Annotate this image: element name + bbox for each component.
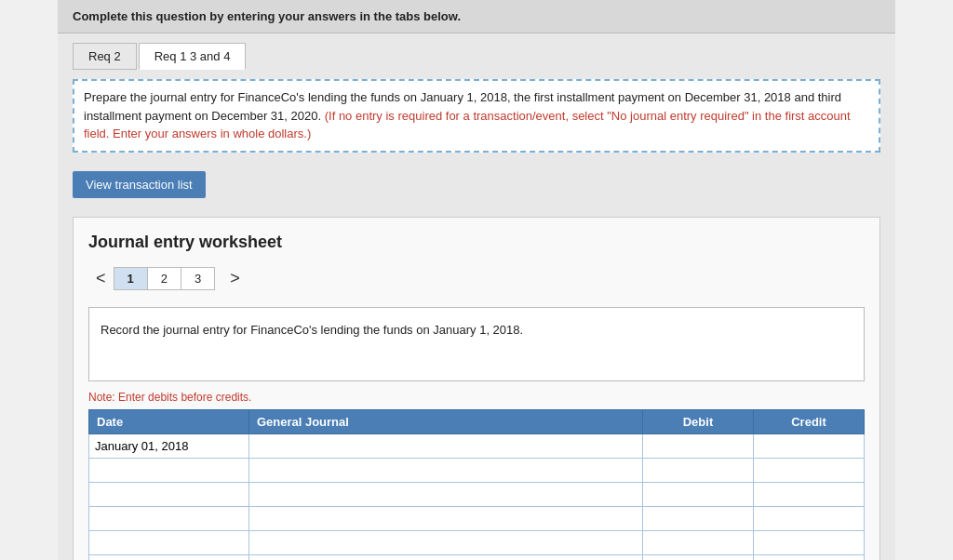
table-row [89, 482, 865, 506]
table-cell-credit-0[interactable] [753, 433, 864, 458]
gj-input-3[interactable] [249, 507, 642, 530]
table-cell-gj-4[interactable] [248, 530, 642, 554]
table-cell-gj-1[interactable] [248, 458, 642, 482]
worksheet-title: Journal entry worksheet [88, 233, 865, 252]
table-cell-gj-5[interactable] [248, 554, 642, 560]
table-cell-debit-3[interactable] [642, 506, 753, 530]
table-cell-credit-1[interactable] [753, 458, 864, 482]
table-row [89, 506, 865, 530]
date-input-5[interactable] [89, 555, 248, 561]
credit-input-5[interactable] [754, 555, 864, 561]
date-input-1[interactable] [89, 459, 248, 482]
credit-input-3[interactable] [754, 507, 864, 530]
credit-input-2[interactable] [754, 483, 864, 506]
gj-input-4[interactable] [249, 531, 642, 554]
table-cell-credit-4[interactable] [753, 530, 864, 554]
table-cell-gj-2[interactable] [248, 482, 642, 506]
credit-input-4[interactable] [754, 531, 864, 554]
table-cell-date-4[interactable] [89, 530, 249, 554]
date-input-3[interactable] [89, 507, 248, 530]
date-input-4[interactable] [89, 531, 248, 554]
table-cell-gj-0[interactable] [248, 433, 642, 458]
credit-input-1[interactable] [754, 459, 864, 482]
entry-description-box: Record the journal entry for FinanceCo's… [88, 307, 865, 381]
table-cell-gj-3[interactable] [248, 506, 642, 530]
table-header-row: Date General Journal Debit Credit [89, 409, 865, 433]
gj-input-5[interactable] [249, 555, 642, 561]
worksheet-container: Journal entry worksheet < 1 2 3 > Record… [73, 217, 880, 561]
table-row [89, 433, 865, 458]
table-cell-debit-0[interactable] [642, 433, 753, 458]
nav-page-2[interactable]: 2 [148, 268, 181, 289]
col-header-debit: Debit [642, 409, 753, 433]
table-row [89, 530, 865, 554]
table-cell-date-0[interactable] [89, 433, 249, 458]
instruction-bar: Complete this question by entering your … [58, 0, 895, 33]
gj-input-1[interactable] [249, 459, 642, 482]
table-cell-debit-2[interactable] [642, 482, 753, 506]
tab-req134[interactable]: Req 1 3 and 4 [139, 43, 247, 70]
note-text: Note: Enter debits before credits. [88, 391, 865, 404]
col-header-date: Date [89, 409, 249, 433]
date-input-0[interactable] [89, 434, 248, 458]
tab-req2[interactable]: Req 2 [73, 43, 137, 70]
table-cell-date-2[interactable] [89, 482, 249, 506]
debit-input-2[interactable] [643, 483, 753, 506]
nav-pages: 1 2 3 [114, 267, 216, 290]
nav-page-1[interactable]: 1 [114, 268, 148, 289]
table-cell-credit-2[interactable] [753, 482, 864, 506]
table-cell-debit-4[interactable] [642, 530, 753, 554]
table-cell-credit-5[interactable] [753, 554, 864, 560]
table-cell-debit-5[interactable] [642, 554, 753, 560]
description-box: Prepare the journal entry for FinanceCo'… [73, 79, 880, 153]
entry-description-text: Record the journal entry for FinanceCo's… [101, 323, 523, 337]
nav-page-3[interactable]: 3 [181, 268, 214, 289]
date-input-2[interactable] [89, 483, 248, 506]
table-row [89, 554, 865, 560]
journal-table: Date General Journal Debit Credit [88, 409, 865, 561]
debit-input-0[interactable] [643, 434, 753, 458]
table-row [89, 458, 865, 482]
debit-input-1[interactable] [643, 459, 753, 482]
col-header-gj: General Journal [248, 409, 642, 433]
table-cell-date-5[interactable] [89, 554, 249, 560]
gj-input-2[interactable] [249, 483, 642, 506]
table-cell-credit-3[interactable] [753, 506, 864, 530]
debit-input-4[interactable] [643, 531, 753, 554]
table-cell-date-3[interactable] [89, 506, 249, 530]
table-cell-date-1[interactable] [89, 458, 249, 482]
gj-input-0[interactable] [249, 434, 642, 458]
tabs-row: Req 2 Req 1 3 and 4 [58, 33, 895, 70]
nav-prev-arrow[interactable]: < [88, 265, 114, 292]
view-transaction-list-button[interactable]: View transaction list [73, 171, 206, 198]
debit-input-5[interactable] [643, 555, 753, 561]
nav-row: < 1 2 3 > [88, 265, 865, 292]
col-header-credit: Credit [753, 409, 864, 433]
debit-input-3[interactable] [643, 507, 753, 530]
table-cell-debit-1[interactable] [642, 458, 753, 482]
instruction-text: Complete this question by entering your … [73, 9, 461, 23]
nav-next-arrow[interactable]: > [222, 265, 248, 292]
credit-input-0[interactable] [754, 434, 864, 458]
